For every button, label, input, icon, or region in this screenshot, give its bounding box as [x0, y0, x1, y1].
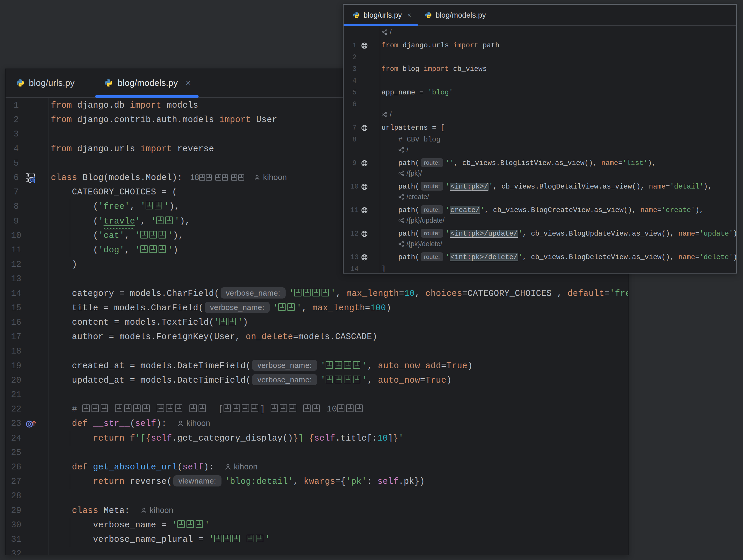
- svg-text:dj: dj: [30, 176, 35, 183]
